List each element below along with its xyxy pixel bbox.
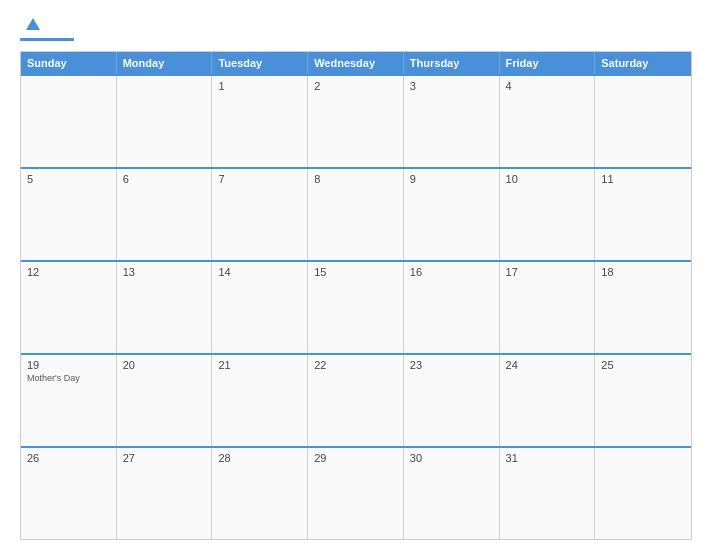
day-number: 4 xyxy=(506,80,589,92)
day-cell-w4-d7: 25 xyxy=(595,355,691,446)
holiday-label: Mother's Day xyxy=(27,373,110,383)
day-cell-w5-d1: 26 xyxy=(21,448,117,539)
day-number: 6 xyxy=(123,173,206,185)
day-number: 17 xyxy=(506,266,589,278)
day-number: 15 xyxy=(314,266,397,278)
day-cell-w1-d6: 4 xyxy=(500,76,596,167)
header-wednesday: Wednesday xyxy=(308,52,404,74)
day-number: 11 xyxy=(601,173,685,185)
day-cell-w5-d7 xyxy=(595,448,691,539)
day-cell-w4-d5: 23 xyxy=(404,355,500,446)
header-saturday: Saturday xyxy=(595,52,691,74)
day-cell-w1-d4: 2 xyxy=(308,76,404,167)
day-cell-w1-d1 xyxy=(21,76,117,167)
day-number: 27 xyxy=(123,452,206,464)
day-number: 26 xyxy=(27,452,110,464)
day-number: 24 xyxy=(506,359,589,371)
header-sunday: Sunday xyxy=(21,52,117,74)
day-number: 5 xyxy=(27,173,110,185)
day-number: 2 xyxy=(314,80,397,92)
day-cell-w5-d2: 27 xyxy=(117,448,213,539)
day-number: 12 xyxy=(27,266,110,278)
day-cell-w2-d1: 5 xyxy=(21,169,117,260)
day-number: 20 xyxy=(123,359,206,371)
header-thursday: Thursday xyxy=(404,52,500,74)
header-friday: Friday xyxy=(500,52,596,74)
day-cell-w3-d7: 18 xyxy=(595,262,691,353)
day-number: 23 xyxy=(410,359,493,371)
logo-underline xyxy=(20,38,74,41)
day-number: 22 xyxy=(314,359,397,371)
day-cell-w5-d3: 28 xyxy=(212,448,308,539)
header-tuesday: Tuesday xyxy=(212,52,308,74)
day-number: 19 xyxy=(27,359,110,371)
week-row-3: 12131415161718 xyxy=(21,260,691,353)
logo-triangle-icon xyxy=(26,18,40,30)
day-number: 1 xyxy=(218,80,301,92)
week-row-2: 567891011 xyxy=(21,167,691,260)
day-cell-w1-d5: 3 xyxy=(404,76,500,167)
day-number: 9 xyxy=(410,173,493,185)
day-cell-w2-d7: 11 xyxy=(595,169,691,260)
calendar-grid: Sunday Monday Tuesday Wednesday Thursday… xyxy=(20,51,692,540)
day-cell-w5-d6: 31 xyxy=(500,448,596,539)
day-cell-w2-d3: 7 xyxy=(212,169,308,260)
header-monday: Monday xyxy=(117,52,213,74)
day-cell-w1-d3: 1 xyxy=(212,76,308,167)
day-number: 28 xyxy=(218,452,301,464)
day-number: 3 xyxy=(410,80,493,92)
day-number: 29 xyxy=(314,452,397,464)
day-cell-w3-d4: 15 xyxy=(308,262,404,353)
weeks-container: 12345678910111213141516171819Mother's Da… xyxy=(21,74,691,539)
day-cell-w3-d2: 13 xyxy=(117,262,213,353)
header xyxy=(20,16,692,41)
day-number: 13 xyxy=(123,266,206,278)
day-number: 10 xyxy=(506,173,589,185)
week-row-5: 262728293031 xyxy=(21,446,691,539)
week-row-4: 19Mother's Day202122232425 xyxy=(21,353,691,446)
day-cell-w2-d6: 10 xyxy=(500,169,596,260)
day-cell-w2-d4: 8 xyxy=(308,169,404,260)
svg-marker-0 xyxy=(26,18,40,30)
day-cell-w2-d5: 9 xyxy=(404,169,500,260)
day-cell-w5-d4: 29 xyxy=(308,448,404,539)
day-number: 18 xyxy=(601,266,685,278)
day-cell-w4-d4: 22 xyxy=(308,355,404,446)
day-number: 25 xyxy=(601,359,685,371)
day-cell-w4-d6: 24 xyxy=(500,355,596,446)
day-cell-w1-d2 xyxy=(117,76,213,167)
day-cell-w3-d5: 16 xyxy=(404,262,500,353)
day-number: 8 xyxy=(314,173,397,185)
day-cell-w4-d1: 19Mother's Day xyxy=(21,355,117,446)
day-cell-w5-d5: 30 xyxy=(404,448,500,539)
day-headers-row: Sunday Monday Tuesday Wednesday Thursday… xyxy=(21,52,691,74)
logo xyxy=(20,16,74,41)
week-row-1: 1234 xyxy=(21,74,691,167)
day-cell-w4-d2: 20 xyxy=(117,355,213,446)
day-number: 21 xyxy=(218,359,301,371)
day-number: 7 xyxy=(218,173,301,185)
day-number: 30 xyxy=(410,452,493,464)
day-cell-w3-d6: 17 xyxy=(500,262,596,353)
day-cell-w1-d7 xyxy=(595,76,691,167)
day-number: 14 xyxy=(218,266,301,278)
day-cell-w4-d3: 21 xyxy=(212,355,308,446)
day-cell-w3-d3: 14 xyxy=(212,262,308,353)
day-cell-w2-d2: 6 xyxy=(117,169,213,260)
day-number: 31 xyxy=(506,452,589,464)
calendar-page: Sunday Monday Tuesday Wednesday Thursday… xyxy=(0,0,712,550)
day-cell-w3-d1: 12 xyxy=(21,262,117,353)
day-number: 16 xyxy=(410,266,493,278)
